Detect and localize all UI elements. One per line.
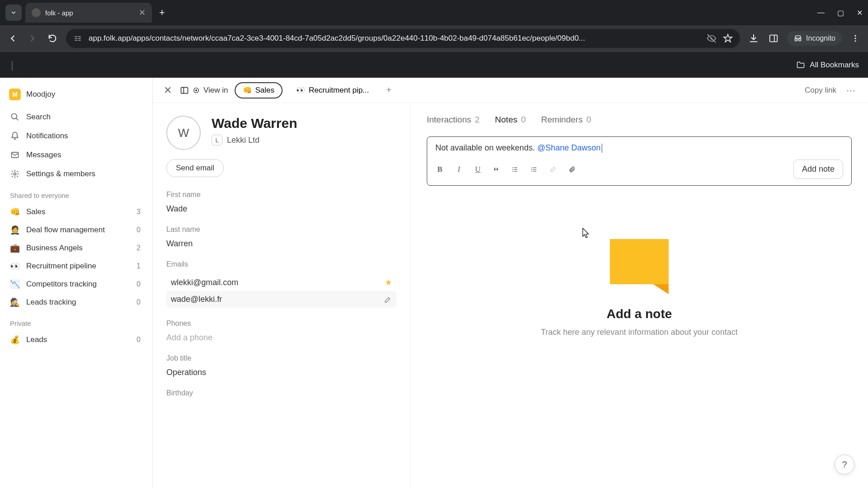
field-value[interactable]: Operations [166,368,396,377]
browser-chrome: folk - app ✕ + — ▢ ✕ app.folk.app/apps/c… [0,0,868,78]
edit-icon[interactable] [384,296,392,304]
eye-off-icon[interactable] [707,33,717,43]
sidebar-settings[interactable]: Settings & members [0,164,152,183]
group-name: Sales [26,207,130,216]
reload-button[interactable] [46,32,59,45]
bullet-list-button[interactable] [511,166,520,173]
note-editor[interactable]: Not available on weekends. @Shane Dawson… [427,136,852,186]
minimize-icon[interactable]: — [817,9,825,17]
bookmark-divider: | [11,59,14,71]
sidebar-group-business-angels[interactable]: 💼 Business Angels 2 [0,239,152,257]
group-emoji: 📉 [10,279,20,289]
group-name: Deal flow management [26,225,130,235]
send-email-button[interactable]: Send email [166,159,224,177]
field-job-title: Job title Operations [166,354,396,377]
tab-label: Reminders [541,115,583,125]
field-birthday: Birthday [166,389,396,397]
tab-interactions[interactable]: Interactions 2 [427,115,480,125]
add-group-button[interactable]: + [382,83,395,97]
tab-label: Notes [495,115,518,125]
pill-recruitment[interactable]: 👀 Recruitment pip... [289,83,376,98]
company-icon: L [212,135,222,145]
downloads-icon[interactable] [747,32,760,45]
note-mention[interactable]: @Shane Dawson [537,143,600,152]
company-name: Lekki Ltd [227,136,259,145]
more-menu-button[interactable]: ⋯ [843,83,859,98]
link-button[interactable] [549,166,558,173]
empty-state: Add a note Track here any relevant infor… [427,194,852,476]
sidebar-group-sales[interactable]: 👊 Sales 3 [0,203,152,221]
tab-close-icon[interactable]: ✕ [139,8,146,18]
field-value[interactable]: Warren [166,239,396,249]
tab-reminders[interactable]: Reminders 0 [541,115,591,125]
sidebar-search-label: Search [26,113,51,122]
bold-button[interactable]: B [435,165,444,174]
italic-button[interactable]: I [454,165,463,174]
note-content[interactable]: Not available on weekends. @Shane Dawson [435,143,843,154]
tab-notes[interactable]: Notes 0 [495,115,526,125]
pill-sales[interactable]: 👊 Sales [235,82,283,99]
forward-button[interactable] [26,32,39,45]
sidebar-private-title: Private [0,311,152,331]
svg-point-8 [795,39,797,41]
sidebar-group-leads[interactable]: 💰 Leads 0 [0,331,152,349]
tab-label: Interactions [427,115,471,125]
field-placeholder[interactable]: Add a phone [166,333,396,343]
sidebar-messages[interactable]: Messages [0,145,152,164]
workspace-name: Moodjoy [26,90,55,99]
side-panel-icon[interactable] [767,32,780,45]
browser-menu-icon[interactable] [849,32,862,45]
sidebar-search[interactable]: Search [0,108,152,127]
tab-favicon [32,8,41,17]
workspace-switcher[interactable]: M Moodjoy [0,85,152,108]
add-note-button[interactable]: Add note [793,160,843,179]
sidebar-group-competitors[interactable]: 📉 Competitors tracking 0 [0,275,152,293]
group-name: Leads [26,335,130,344]
email-row-primary[interactable]: wlekki@gmail.com ★ [166,274,396,291]
copy-link-button[interactable]: Copy link [805,86,836,95]
back-button[interactable] [6,32,19,45]
svg-point-19 [195,89,197,91]
browser-tab[interactable]: folk - app ✕ [25,3,152,23]
numbered-list-button[interactable]: 123 [530,166,539,173]
group-emoji: 👊 [10,207,20,217]
svg-rect-6 [770,35,778,42]
sidebar-group-recruitment[interactable]: 👀 Recruitment pipeline 1 [0,257,152,275]
star-icon[interactable]: ★ [385,277,392,287]
url-bar[interactable]: app.folk.app/apps/contacts/network/ccaa7… [66,29,740,48]
attachment-button[interactable] [568,166,577,173]
all-bookmarks-link[interactable]: All Bookmarks [810,61,859,70]
field-label: Birthday [166,389,396,397]
quote-button[interactable] [492,166,501,173]
incognito-badge[interactable]: Incognito [787,31,842,46]
new-tab-button[interactable]: + [156,5,169,20]
close-panel-button[interactable]: ✕ [162,83,174,98]
svg-point-15 [14,173,16,175]
field-value[interactable]: Wade [166,204,396,214]
tab-search-dropdown[interactable] [5,5,22,21]
help-button[interactable]: ? [835,455,854,474]
svg-rect-23 [514,169,517,169]
sidebar-notifications[interactable]: Notifications [0,127,152,145]
detail-panel[interactable]: W Wade Warren L Lekki Ltd Send email Fir… [153,103,410,488]
svg-point-9 [799,39,801,41]
gear-icon [10,169,20,179]
svg-point-11 [854,38,856,39]
svg-rect-27 [533,167,536,168]
sidebar-group-deal-flow[interactable]: 🤵 Deal flow management 0 [0,221,152,239]
group-count: 0 [137,226,142,234]
star-icon[interactable] [723,33,733,43]
maximize-icon[interactable]: ▢ [837,9,844,17]
tab-count: 2 [475,115,480,125]
group-name: Competitors tracking [26,280,130,289]
sidebar-group-leads-tracking[interactable]: 🕵️ Leads tracking 0 [0,293,152,311]
empty-state-subtitle: Track here any relevant information abou… [541,328,738,337]
svg-point-22 [512,169,513,170]
underline-button[interactable]: U [473,165,482,174]
contact-company[interactable]: L Lekki Ltd [212,135,297,145]
close-window-icon[interactable]: ✕ [857,9,863,17]
site-settings-icon[interactable] [73,34,82,43]
tab-count: 0 [586,115,591,125]
avatar[interactable]: W [166,116,201,150]
email-row-secondary[interactable]: wade@lekki.fr [166,291,396,308]
